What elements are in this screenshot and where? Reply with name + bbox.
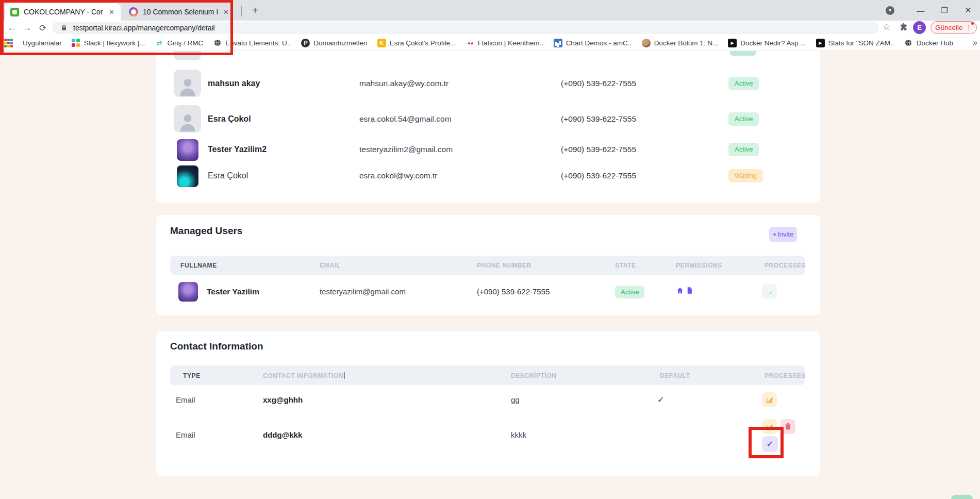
lock-icon <box>59 24 68 32</box>
peaks-icon: ▲▲ <box>466 39 474 47</box>
arrows-icon: ⇄ <box>155 39 164 47</box>
contact-type: Email <box>176 425 195 445</box>
bookmark-docker-bolum[interactable]: Docker Bölüm 1: N... <box>642 39 719 47</box>
open-detail-button[interactable]: → <box>762 284 777 299</box>
minimize-button[interactable]: — <box>909 6 933 15</box>
default-check-icon: ✓ <box>657 390 664 410</box>
address-bar[interactable]: testportal.kiraci.app/managercompany/det… <box>52 22 879 34</box>
managed-users-card: Managed Users + Invite FULLNAME EMAİL PH… <box>156 215 820 315</box>
invite-button[interactable]: + Invite <box>769 227 797 242</box>
bookmark-envato[interactable]: Envato Elements: U... <box>213 39 291 47</box>
user-name: Esra Çokol <box>208 159 248 193</box>
forward-icon[interactable]: → <box>20 23 35 33</box>
avatar-photo <box>177 165 198 187</box>
company-users-card: mahsun akay mahsun.akay@wy.com.tr (+090)… <box>156 51 820 203</box>
page-content: mahsun akay mahsun.akay@wy.com.tr (+090)… <box>0 51 980 499</box>
contact-description: gg <box>511 390 520 410</box>
avatar <box>174 51 201 60</box>
close-window-button[interactable]: ✕ <box>956 6 980 15</box>
bookmark-flaticon[interactable]: ▲▲ Flaticon | Keenthem... <box>466 39 544 47</box>
user-name: mahsun akay <box>208 66 260 101</box>
url-text: testportal.kiraci.app/managercompany/det… <box>73 24 215 32</box>
bookmark-docker-hub[interactable]: Docker Hub <box>904 39 953 47</box>
col-description: DESCRİPTİON <box>511 372 557 379</box>
user-name: Esra Çokol <box>208 102 251 136</box>
contact-value: dddg@kkk <box>263 425 302 445</box>
contact-info-card: Contact Information TYPE CONTACT INFORMA… <box>156 331 820 476</box>
globe-icon <box>904 39 913 47</box>
tab-search-icon[interactable]: ▾ <box>886 6 894 15</box>
new-tab-button[interactable]: + <box>248 4 262 18</box>
col-email: EMAİL <box>320 262 340 269</box>
reload-icon[interactable]: ⟳ <box>35 23 51 34</box>
tab-separator <box>241 6 242 16</box>
permissions-icons <box>676 287 693 295</box>
col-permissions: PERMİSSİONS <box>676 262 722 269</box>
avatar-photo <box>178 282 198 302</box>
extensions-icon[interactable] <box>900 23 908 31</box>
edit-button[interactable] <box>762 419 777 434</box>
bookmark-slack[interactable]: Slack | flexywork |... <box>72 39 145 47</box>
update-label: Güncelle <box>935 24 962 31</box>
company-app-favicon <box>10 8 19 16</box>
section-title: Managed Users <box>170 225 242 237</box>
slack-icon <box>72 39 80 47</box>
user-row: mahsun akay mahsun.akay@wy.com.tr (+090)… <box>156 66 820 101</box>
user-name: Tester Yazilim <box>207 280 259 304</box>
close-tab-icon[interactable]: ✕ <box>108 8 115 16</box>
delete-button[interactable] <box>780 419 795 434</box>
p-letter-icon: P <box>301 39 310 47</box>
bookmark-uygulamalar[interactable]: Uygulamalar <box>23 39 62 47</box>
bookmark-stats[interactable]: ▶ Stats for "SON ZAM... <box>816 39 894 47</box>
tab-bar: COKOLCOMPANY - Company De ✕ 10 Common Se… <box>0 0 980 21</box>
bookmark-docker-nedir[interactable]: ▶ Docker Nedir? Asp ... <box>728 39 806 47</box>
user-email: esra.cokol@wy.com.tr <box>359 159 438 193</box>
selenium-article-favicon <box>129 7 138 16</box>
avatar-photo <box>177 139 198 161</box>
col-phone: PHONE NUMBER <box>477 262 531 269</box>
trash-icon <box>784 423 792 430</box>
user-row: Esra Çokol esra.cokol.54@gmail.com (+090… <box>156 102 820 136</box>
window-controls: ▾ — ❐ ✕ <box>886 0 980 21</box>
status-badge: Waiting <box>728 169 763 182</box>
col-processes: PROCESSES <box>765 372 806 379</box>
text-cursor <box>344 372 345 379</box>
tab-selenium-exceptions[interactable]: 10 Common Selenium Exception ✕ <box>124 3 235 21</box>
user-phone: (+090) 539-622-7555 <box>561 66 636 101</box>
status-badge: Active <box>728 77 759 90</box>
col-processes: PROCESSES <box>765 262 806 269</box>
kebab-menu-icon[interactable]: ⋮ <box>966 24 972 31</box>
bookmark-star-icon[interactable]: ☆ <box>883 22 890 32</box>
edit-button[interactable] <box>762 392 777 407</box>
apps-grid-icon[interactable] <box>4 39 13 47</box>
close-tab-icon[interactable]: ✕ <box>222 8 230 16</box>
bookmark-giris-rmc[interactable]: ⇄ Giriş / RMC <box>155 39 204 47</box>
video-icon: ▶ <box>728 39 737 47</box>
bookmark-esra-profile[interactable]: K Esra Çokol's Profile... <box>377 39 456 47</box>
toast-sliver <box>951 495 973 499</box>
status-badge: Active <box>728 143 759 156</box>
section-title: Contact Information <box>170 341 263 352</box>
col-type: TYPE <box>183 372 201 379</box>
globe-icon <box>213 39 222 47</box>
edit-icon <box>766 396 774 404</box>
user-phone: (+090) 539-622-7555 <box>561 159 636 193</box>
document-icon <box>686 287 693 294</box>
user-phone: (+090) 539-622-7555 <box>477 280 550 304</box>
k-letter-icon: K <box>377 39 386 47</box>
table-header: TYPE CONTACT INFORMATION DESCRİPTİON DEF… <box>170 365 805 385</box>
table-header: FULLNAME EMAİL PHONE NUMBER STATE PERMİS… <box>170 256 805 275</box>
bookmark-domainhizmetleri[interactable]: P Domainhizmetleri <box>301 39 367 47</box>
tab-company-detail[interactable]: COKOLCOMPANY - Company De ✕ <box>5 3 121 21</box>
restore-button[interactable]: ❐ <box>933 6 956 15</box>
col-state: STATE <box>615 262 636 269</box>
profile-avatar[interactable]: E <box>913 21 926 34</box>
bookmarks-overflow-icon[interactable]: » <box>973 38 977 47</box>
user-row: Esra Çokol esra.cokol@wy.com.tr (+090) 5… <box>156 159 820 193</box>
update-chrome-button[interactable]: Güncelle ⋮ <box>931 21 977 34</box>
status-badge <box>730 51 756 56</box>
avatar-placeholder-icon <box>174 105 201 132</box>
bookmark-chart-demos[interactable]: Chart Demos - amC... <box>554 39 632 47</box>
back-icon[interactable]: ← <box>4 23 20 33</box>
confirm-button[interactable]: ✓ <box>762 436 778 452</box>
